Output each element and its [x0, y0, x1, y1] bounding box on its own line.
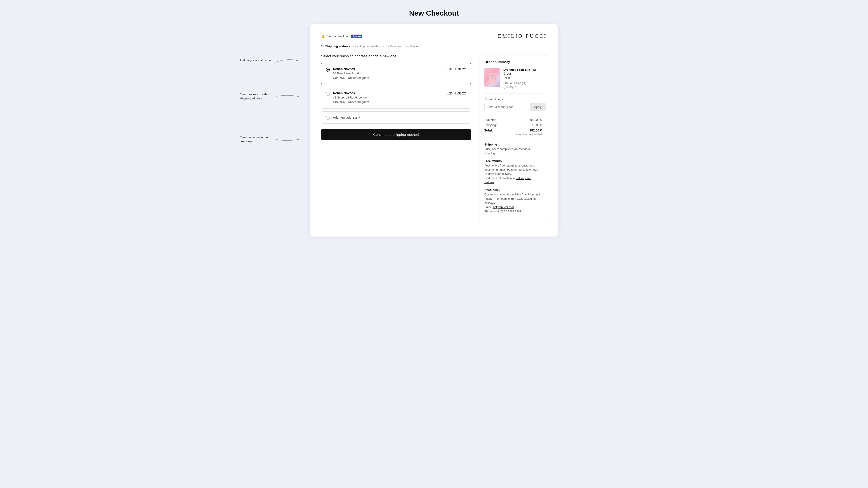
returns-text: Pucci offers free returns to all custome…	[485, 164, 538, 175]
total-label: Total:	[485, 129, 493, 132]
address-card-2[interactable]: Renan Novaes 42 Scarcroft Road, London G…	[321, 87, 471, 108]
product-row: Orchidee-Print Silk-Twill Dress €980 Siz…	[485, 68, 542, 94]
product-name: Orchidee-Print Silk-Twill Dress	[503, 68, 542, 75]
shipping-value: 12.00 €	[532, 123, 542, 127]
breadcrumb-step-2[interactable]: 2 - Shipping method	[355, 44, 381, 48]
help-info-text: Our support team is available from Monda…	[485, 193, 542, 205]
breadcrumb: 1 - Shipping address › 2 - Shipping meth…	[321, 44, 547, 48]
info-section: Shipping Pucci offers complimentary stan…	[485, 139, 542, 214]
product-size: Size: 46 Italian (IT)	[503, 81, 542, 85]
returns-info-text: Pucci offers free returns to all custome…	[485, 164, 542, 176]
brand-logo: EMILIO PUCCI	[498, 33, 547, 39]
secure-checkout: 🔒 Secure checkout DigiCert	[321, 34, 362, 38]
right-panel: Order summary	[479, 54, 547, 223]
order-summary-title: Order summary	[485, 60, 542, 64]
discount-input[interactable]	[485, 103, 528, 111]
breadcrumb-arrow-3: ›	[403, 45, 404, 48]
phone-label: Phone:	[485, 210, 493, 213]
annotation-arrow-3	[274, 135, 301, 144]
phone-value: +44 (0) 20 3962 2362	[494, 210, 521, 213]
email-label: Email:	[485, 205, 492, 209]
returns-link-prefix: Find more information in	[485, 177, 516, 180]
product-svg	[487, 69, 498, 86]
edit-address-1[interactable]: Edit	[447, 67, 452, 70]
breadcrumb-step-4[interactable]: 4 - Review	[406, 44, 420, 48]
returns-info-title: Free returns	[485, 159, 542, 163]
address-line1-2: 42 Scarcroft Road, London	[333, 95, 443, 100]
help-info-block: Need help? Our support team is available…	[485, 188, 542, 214]
address-line2-2: G84 7UN - United Kingdom	[333, 100, 443, 104]
radio-add-address	[326, 116, 330, 120]
digicert-badge: DigiCert	[350, 35, 362, 38]
address-info-1: Renan Novaes 58 Boat Lane, London G84 7U…	[333, 67, 443, 80]
annotation-progress-bar: Add progress status bar	[240, 58, 271, 62]
address-line2-1: G84 7UN - United Kingdom	[333, 76, 443, 80]
help-info-title: Need help?	[485, 188, 542, 192]
svg-point-5	[491, 75, 492, 76]
product-image	[485, 68, 500, 87]
address-line1-1: 58 Boat Lane, London	[333, 71, 443, 76]
product-details: Orchidee-Print Silk-Twill Dress €980 Siz…	[503, 68, 542, 89]
discount-label: Discount code	[485, 98, 542, 101]
lock-icon: 🔒	[321, 34, 325, 38]
content-layout: Select your shipping address or add a ne…	[321, 54, 547, 223]
shipping-info-text: Pucci offers complimentary standard ship…	[485, 147, 542, 156]
shipping-row: Shipping: 12.00 €	[485, 123, 542, 127]
discount-row: Apply	[485, 103, 542, 111]
svg-point-6	[493, 74, 494, 76]
remove-address-1[interactable]: Remove	[455, 67, 466, 70]
order-summary: Order summary	[479, 54, 547, 223]
add-address-card[interactable]: Add new address +	[321, 111, 471, 124]
secure-label: Secure checkout	[327, 35, 349, 38]
remove-address-2[interactable]: Remove	[455, 91, 466, 95]
product-price: €980	[503, 76, 542, 80]
price-breakdown: Subtotal: 980.00 € Shipping: 12.00 € Tot…	[485, 115, 542, 136]
add-address-label: Add new address +	[333, 116, 360, 119]
product-quantity: Quantity: 1	[503, 85, 542, 89]
annotation-select-address: Clear process to select shipping address	[240, 92, 272, 101]
help-phone-row: Phone: +44 (0) 20 3962 2362	[485, 209, 542, 214]
section-heading: Select your shipping address or add a ne…	[321, 54, 471, 58]
breadcrumb-arrow-1: ›	[352, 45, 353, 48]
radio-address-1[interactable]	[326, 68, 330, 72]
annotation-next-step: Clear guidance to the next step	[240, 135, 272, 144]
address-info-2: Renan Novaes 42 Scarcroft Road, London G…	[333, 91, 443, 104]
apply-button[interactable]: Apply	[530, 103, 546, 111]
address-card-1[interactable]: Renan Novaes 58 Boat Lane, London G84 7U…	[321, 63, 471, 84]
shipping-info-title: Shipping	[485, 143, 542, 146]
annotation-arrow-2	[274, 92, 301, 101]
page-title: New Checkout	[4, 9, 864, 18]
total-value: 992.00 €	[529, 129, 542, 132]
annotation-arrow-1	[272, 56, 300, 65]
subtotal-value: 980.00 €	[530, 118, 542, 122]
returns-link-row: Find more information in Delivery and Re…	[485, 176, 542, 185]
left-panel: Select your shipping address or add a ne…	[321, 54, 471, 140]
continue-button[interactable]: Continue to shipping method	[321, 129, 471, 140]
subtotal-row: Subtotal: 980.00 €	[485, 118, 542, 122]
address-name-2: Renan Novaes	[333, 91, 443, 95]
shipping-label: Shipping:	[485, 123, 497, 127]
subtotal-label: Subtotal:	[485, 118, 496, 122]
main-card: 🔒 Secure checkout DigiCert EMILIO PUCCI …	[310, 24, 558, 236]
help-email-row: Email: help@pucci.com	[485, 205, 542, 209]
radio-address-2[interactable]	[326, 92, 330, 96]
shipping-info-block: Shipping Pucci offers complimentary stan…	[485, 143, 542, 156]
breadcrumb-step-1[interactable]: 1 - Shipping address	[321, 44, 350, 48]
breadcrumb-arrow-2: ›	[383, 45, 384, 48]
breadcrumb-step-3[interactable]: 3 - Payment	[385, 44, 402, 48]
svg-rect-4	[489, 73, 496, 83]
address-name-1: Renan Novaes	[333, 67, 443, 71]
total-row: Total: 992.00 €	[485, 129, 542, 132]
duties-note: Duties & taxes included	[485, 133, 542, 136]
edit-address-2[interactable]: Edit	[447, 91, 452, 95]
returns-info-block: Free returns Pucci offers free returns t…	[485, 159, 542, 185]
email-link[interactable]: help@pucci.com	[493, 205, 514, 209]
card-header: 🔒 Secure checkout DigiCert EMILIO PUCCI	[321, 33, 547, 39]
svg-marker-2	[297, 138, 300, 140]
discount-section: Discount code Apply	[485, 98, 542, 111]
address-actions-2: Edit Remove	[447, 91, 466, 95]
address-actions-1: Edit Remove	[447, 67, 466, 70]
